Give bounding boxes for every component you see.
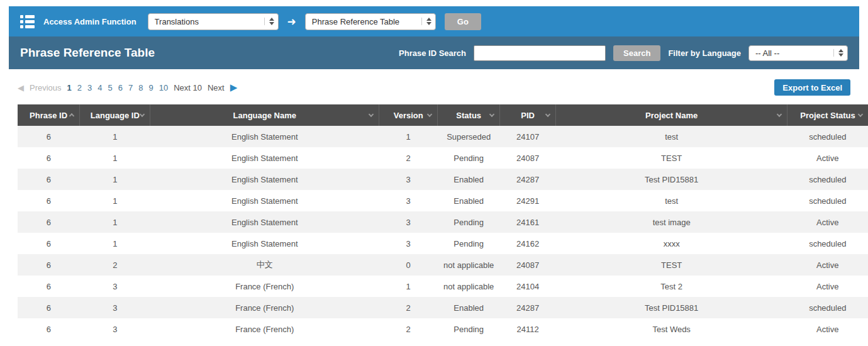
table-cell: Enabled <box>438 190 500 211</box>
table-cell: test <box>556 126 787 147</box>
page-header-bar: Phrase Reference Table Phrase ID Search … <box>9 36 859 69</box>
table-cell: Active <box>787 276 868 297</box>
table-cell: 3 <box>379 190 438 211</box>
page-link[interactable]: 1 <box>67 83 72 92</box>
page-link[interactable]: 2 <box>77 83 82 92</box>
table-cell: not applicable <box>438 254 500 276</box>
table-header-row: Phrase IDLanguage IDLanguage NameVersion… <box>18 104 868 126</box>
select-stepper-icon <box>833 49 843 57</box>
column-header[interactable]: Phrase ID <box>18 104 80 126</box>
table-cell: Active <box>787 147 868 169</box>
table-cell: 1 <box>80 211 150 233</box>
column-header[interactable]: Project Status <box>787 104 868 126</box>
column-header[interactable]: Version <box>379 104 438 126</box>
search-button[interactable]: Search <box>613 45 660 61</box>
menu-grid-icon[interactable] <box>20 15 35 28</box>
table-cell: 6 <box>18 126 80 147</box>
table-cell: 6 <box>18 190 80 211</box>
table-cell: 1 <box>379 276 438 297</box>
table-cell: 6 <box>18 254 80 276</box>
column-header-label: Phrase ID <box>30 111 67 120</box>
table-cell: English Statement <box>150 211 379 233</box>
table-cell: Enabled <box>438 297 500 318</box>
table-cell: Pending <box>438 147 500 169</box>
column-header[interactable]: PID <box>500 104 556 126</box>
table-cell: Pending <box>438 211 500 233</box>
phrase-id-search-input[interactable] <box>474 45 606 61</box>
column-header[interactable]: Status <box>438 104 500 126</box>
table-cell: 6 <box>18 276 80 297</box>
sort-desc-icon <box>427 112 432 117</box>
page-title: Phrase Reference Table <box>20 46 155 60</box>
table-cell: English Statement <box>150 190 379 211</box>
table-cell: 3 <box>80 276 150 297</box>
next-arrow-icon[interactable]: ▶ <box>230 82 238 93</box>
column-header[interactable]: Project Name <box>556 104 787 126</box>
table-cell: 24107 <box>500 126 556 147</box>
table-cell: xxxx <box>556 233 787 254</box>
column-header-label: Status <box>456 111 481 120</box>
table-cell: Test PID15881 <box>556 169 787 190</box>
table-cell: 24161 <box>500 211 556 233</box>
table-row: 61English Statement3Enabled24287Test PID… <box>18 169 868 190</box>
table-cell: 1 <box>379 126 438 147</box>
page-link[interactable]: 7 <box>128 83 133 92</box>
table-cell: France (French) <box>150 318 379 340</box>
table-cell: English Statement <box>150 147 379 169</box>
next-link[interactable]: Next <box>208 83 225 92</box>
pagination-pages: 12345678910 <box>67 83 169 92</box>
pagination-bar: ◀ Previous 12345678910 Next 10 Next ▶ Ex… <box>18 79 850 96</box>
table-cell: 6 <box>18 147 80 169</box>
table-cell: 24291 <box>500 190 556 211</box>
table-cell: Active <box>787 254 868 276</box>
select-stepper-icon <box>421 18 431 25</box>
sort-desc-icon <box>369 112 374 117</box>
table-cell: Pending <box>438 318 500 340</box>
table-cell: not applicable <box>438 276 500 297</box>
page-link[interactable]: 6 <box>118 83 123 92</box>
table-cell: 6 <box>18 169 80 190</box>
table-cell: 2 <box>80 254 150 276</box>
column-header-label: Project Status <box>800 111 855 120</box>
previous-arrow-icon[interactable]: ◀ <box>18 83 24 92</box>
page-link[interactable]: 3 <box>87 83 92 92</box>
table-row: 63France (French)2Enabled24287Test PID15… <box>18 297 868 318</box>
table-cell: 24104 <box>500 276 556 297</box>
page-link[interactable]: 8 <box>138 83 143 92</box>
table-cell: 6 <box>18 318 80 340</box>
table-cell: 3 <box>80 297 150 318</box>
table-cell: 3 <box>379 169 438 190</box>
table-cell: 2 <box>379 147 438 169</box>
page-link[interactable]: 10 <box>159 83 168 92</box>
page-link[interactable]: 4 <box>97 83 102 92</box>
table-cell: TEST <box>556 254 787 276</box>
sort-desc-icon <box>858 112 863 117</box>
admin-page-select[interactable]: Phrase Reference Table <box>305 13 436 30</box>
next-10-link[interactable]: Next 10 <box>174 83 202 92</box>
table-row: 61English Statement2Pending24087TESTActi… <box>18 147 868 169</box>
export-to-excel-button[interactable]: Export to Excel <box>774 79 850 96</box>
column-header-label: Language Name <box>233 111 296 120</box>
table-row: 62中文0not applicable24087TESTActive <box>18 254 868 276</box>
page-link[interactable]: 5 <box>108 83 113 92</box>
sort-desc-icon <box>489 112 494 117</box>
admin-function-label: Access Admin Function <box>43 17 136 26</box>
column-header[interactable]: Language Name <box>150 104 379 126</box>
table-cell: 24087 <box>500 254 556 276</box>
go-button[interactable]: Go <box>445 13 481 30</box>
table-body: 61English Statement1Superseded24107tests… <box>18 126 868 340</box>
table-row: 61English Statement3Pending24161test ima… <box>18 211 868 233</box>
admin-function-select[interactable]: Translations <box>148 13 279 30</box>
table-cell: 中文 <box>150 254 379 276</box>
table-cell: 1 <box>80 126 150 147</box>
table-cell: 2 <box>379 297 438 318</box>
language-filter-select[interactable]: -- All -- <box>748 45 848 61</box>
language-filter-select-value: -- All -- <box>755 48 827 58</box>
previous-link[interactable]: Previous <box>30 83 62 92</box>
phrase-id-search-label: Phrase ID Search <box>399 48 466 58</box>
page-link[interactable]: 9 <box>148 83 153 92</box>
table-cell: English Statement <box>150 233 379 254</box>
column-header[interactable]: Language ID <box>80 104 150 126</box>
table-cell: 0 <box>379 254 438 276</box>
table-cell: Active <box>787 318 868 340</box>
